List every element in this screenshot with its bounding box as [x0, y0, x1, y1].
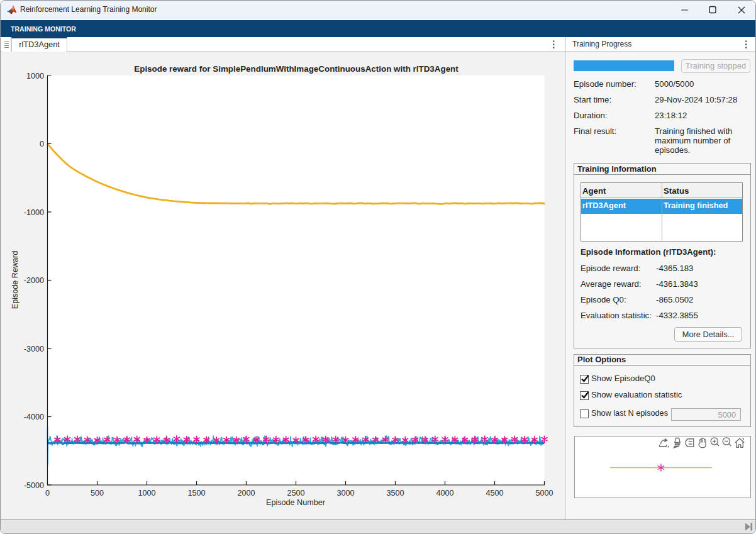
svg-text:3500: 3500 — [386, 489, 404, 498]
svg-text:2500: 2500 — [287, 489, 304, 498]
svg-text:-5000: -5000 — [24, 481, 44, 490]
svg-text:5000: 5000 — [535, 489, 553, 498]
svg-text:-4000: -4000 — [24, 413, 44, 421]
svg-text:0: 0 — [40, 140, 44, 148]
svg-text:-1000: -1000 — [24, 208, 44, 217]
svg-text:1000: 1000 — [26, 72, 44, 81]
svg-text:500: 500 — [91, 489, 104, 498]
svg-text:Episode Reward: Episode Reward — [11, 251, 19, 309]
svg-text:4500: 4500 — [486, 489, 503, 498]
svg-text:1500: 1500 — [187, 489, 205, 498]
svg-text:-3000: -3000 — [24, 345, 44, 353]
svg-text:3000: 3000 — [336, 489, 354, 498]
svg-text:2000: 2000 — [237, 489, 255, 498]
svg-text:0: 0 — [45, 489, 50, 498]
svg-text:Episode reward for SimplePendl: Episode reward for SimplePendlumWithImag… — [134, 64, 459, 74]
svg-text:4000: 4000 — [436, 489, 453, 498]
svg-text:1000: 1000 — [138, 489, 155, 498]
svg-text:Episode Number: Episode Number — [266, 498, 325, 507]
svg-text:-2000: -2000 — [24, 276, 44, 285]
